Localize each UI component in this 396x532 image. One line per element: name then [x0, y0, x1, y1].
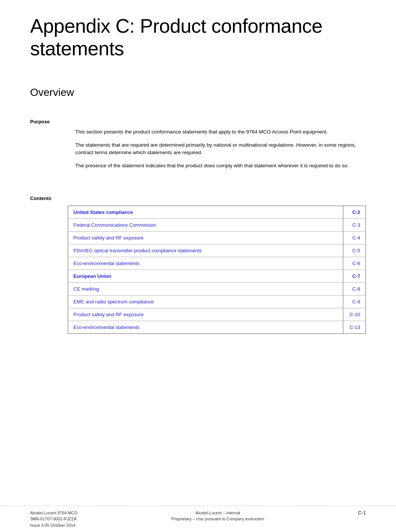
- purpose-para3: The presence of the statement indicates …: [75, 162, 366, 170]
- toc-row[interactable]: CE markingC-8: [68, 283, 366, 296]
- footer-issue: Issue 3.05 October 2014: [30, 522, 78, 529]
- footer-left: Alcatel-Lucent 9764 MCO 3MN-01707-0002-R…: [30, 510, 78, 529]
- purpose-para1: This section presents the product confor…: [75, 128, 366, 136]
- toc-row[interactable]: Product safety and RF exposureC-10: [68, 308, 366, 321]
- toc-row[interactable]: United States complianceC-2: [68, 206, 366, 219]
- footer-page-number: C-1: [358, 510, 366, 515]
- toc-item-0[interactable]: United States compliance: [68, 206, 343, 219]
- toc-row[interactable]: FDA/IEC optical transmitter product comp…: [68, 244, 366, 257]
- toc-page-2[interactable]: C-4: [343, 232, 366, 244]
- overview-heading: Overview: [30, 86, 366, 99]
- footer-proprietary: Proprietary – Use pursuant to Company in…: [171, 516, 264, 522]
- footer-product: Alcatel-Lucent 9764 MCO: [30, 510, 78, 516]
- toc-item-2[interactable]: Product safety and RF exposure: [68, 232, 343, 244]
- toc-row[interactable]: Eco-environmental statementsC-6: [68, 257, 366, 270]
- toc-page-9[interactable]: C-13: [343, 321, 366, 334]
- footer-doc-number: 3MN-01707-0002-RJZZA: [30, 516, 78, 522]
- toc-item-6[interactable]: CE marking: [68, 283, 343, 296]
- toc-table: United States complianceC-2Federal Commu…: [68, 206, 366, 334]
- toc-page-5[interactable]: C-7: [343, 270, 366, 283]
- toc-page-1[interactable]: C-3: [343, 219, 366, 232]
- purpose-label: Purpose: [30, 119, 366, 124]
- purpose-block: Purpose This section presents the produc…: [30, 119, 366, 176]
- toc-item-4[interactable]: Eco-environmental statements: [68, 257, 343, 270]
- footer: Alcatel-Lucent 9764 MCO 3MN-01707-0002-R…: [0, 506, 396, 532]
- toc-page-4[interactable]: C-6: [343, 257, 366, 270]
- toc-page-0[interactable]: C-2: [343, 206, 366, 219]
- toc-item-3[interactable]: FDA/IEC optical transmitter product comp…: [68, 244, 343, 257]
- toc-page-7[interactable]: C-9: [343, 296, 366, 308]
- footer-center: Alcatel-Lucent – Internal Proprietary – …: [171, 510, 264, 522]
- page-container: Appendix C: Product conformance statemen…: [0, 0, 396, 532]
- toc-row[interactable]: Product safety and RF exposureC-4: [68, 232, 366, 244]
- purpose-para2: The statements that are required are det…: [75, 141, 366, 157]
- toc-row[interactable]: EMC and radio spectrum complianceC-9: [68, 296, 366, 308]
- toc-item-9[interactable]: Eco-environmental statements: [68, 321, 343, 334]
- toc-row[interactable]: Federal Communications CommissionC-3: [68, 219, 366, 232]
- toc-row[interactable]: European UnionC-7: [68, 270, 366, 283]
- page-title: Appendix C: Product conformance statemen…: [30, 15, 366, 60]
- toc-row[interactable]: Eco-environmental statementsC-13: [68, 321, 366, 334]
- overview-block: Overview: [30, 83, 366, 108]
- toc-item-1[interactable]: Federal Communications Commission: [68, 219, 343, 232]
- contents-section: Contents United States complianceC-2Fede…: [30, 196, 366, 334]
- toc-item-7[interactable]: EMC and radio spectrum compliance: [68, 296, 343, 308]
- toc-page-8[interactable]: C-10: [343, 308, 366, 321]
- footer-classification: Alcatel-Lucent – Internal: [195, 510, 240, 516]
- toc-item-5[interactable]: European Union: [68, 270, 343, 283]
- toc-wrapper: United States complianceC-2Federal Commu…: [68, 206, 366, 334]
- toc-page-3[interactable]: C-5: [343, 244, 366, 257]
- toc-item-8[interactable]: Product safety and RF exposure: [68, 308, 343, 321]
- toc-page-6[interactable]: C-8: [343, 283, 366, 296]
- contents-label: Contents: [30, 196, 366, 201]
